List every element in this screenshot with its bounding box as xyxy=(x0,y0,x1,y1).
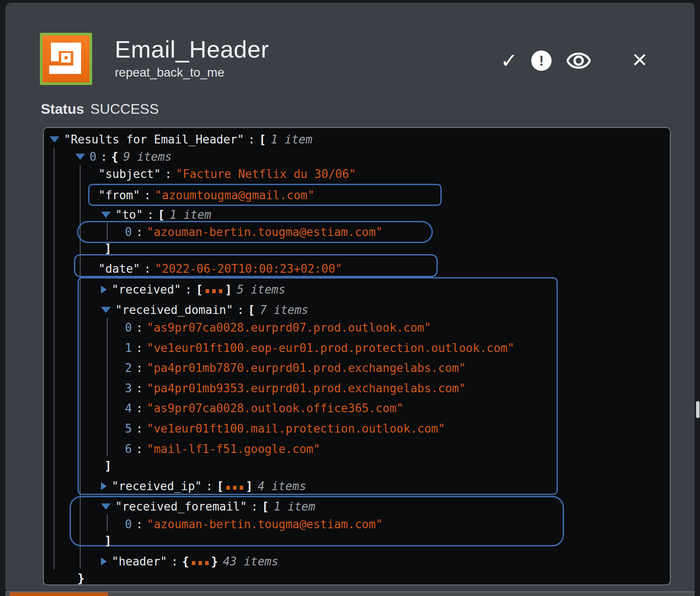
collapse-icon[interactable] xyxy=(75,154,85,160)
eye-icon xyxy=(567,53,591,69)
expand-icon[interactable] xyxy=(101,286,107,294)
json-line: "from":"azoumtougma@gmail.com" xyxy=(98,186,315,204)
json-line: 3:"pa4pr01mb9353.eurprd01.prod.exchangel… xyxy=(125,379,466,397)
json-line: 4:"as9pr07ca0028.outlook.office365.com" xyxy=(125,399,404,417)
shuffle-app-icon xyxy=(40,33,92,85)
horizontal-scrollbar-thumb[interactable] xyxy=(10,592,108,596)
collapse-icon[interactable] xyxy=(101,212,111,218)
expand-icon[interactable] xyxy=(101,482,107,490)
close-button[interactable]: × xyxy=(628,49,652,73)
json-line: ] xyxy=(105,457,112,475)
vertical-scrollbar-thumb[interactable] xyxy=(696,401,700,418)
json-line: } xyxy=(78,569,85,585)
ellipsis-icon[interactable] xyxy=(226,486,243,490)
json-line: "to":[1 item xyxy=(101,206,211,224)
json-line: "subject":"Facture Netflix du 30/06" xyxy=(98,165,356,183)
json-line: 0:{9 items xyxy=(75,148,172,166)
json-line: "Results for Email_Header":[1 item xyxy=(50,131,312,148)
tree-guide-line xyxy=(107,223,108,240)
json-line: "received_foremail":[1 item xyxy=(101,498,315,515)
confirm-button[interactable]: ✓ xyxy=(497,49,521,73)
json-line: 6:"mail-lf1-f51.google.com" xyxy=(125,440,320,458)
json-line: 1:"ve1eur01ft100.eop-eur01.prod.protecti… xyxy=(125,339,514,357)
json-line: 2:"pa4pr01mb7870.eurprd01.prod.exchangel… xyxy=(125,359,466,377)
ellipsis-icon[interactable] xyxy=(206,289,222,293)
horizontal-scrollbar-track[interactable] xyxy=(5,592,695,596)
collapse-icon[interactable] xyxy=(50,136,59,143)
tree-guide-line xyxy=(107,318,108,456)
json-line: "header":{}43 items xyxy=(101,553,278,570)
json-line: 0:"azouman-bertin.tougma@estiam.com" xyxy=(125,223,383,241)
alert-button[interactable]: ! xyxy=(529,49,553,73)
json-line: "received_domain":[7 items xyxy=(101,301,308,319)
json-line: 0:"as9pr07ca0028.eurprd07.prod.outlook.c… xyxy=(125,319,431,337)
ellipsis-icon[interactable] xyxy=(192,561,209,565)
json-line: "received_ip":[]4 items xyxy=(101,477,306,495)
collapse-icon[interactable] xyxy=(101,307,111,313)
tree-guide-line xyxy=(107,515,108,531)
status-label: Status xyxy=(41,101,84,117)
page-title: Email_Header xyxy=(115,35,269,63)
shuffle-logo-icon xyxy=(49,42,83,76)
collapse-icon[interactable] xyxy=(101,503,111,510)
check-icon: ✓ xyxy=(501,50,518,71)
action-result-modal: Email_Header repeat_back_to_me ✓ ! × Sta… xyxy=(5,3,695,594)
tree-guide-line xyxy=(80,165,81,569)
expand-icon[interactable] xyxy=(101,557,107,565)
status-row: StatusSUCCESS xyxy=(41,101,159,117)
preview-button[interactable] xyxy=(567,49,591,73)
json-line: ] xyxy=(105,240,112,257)
tree-guide-line xyxy=(54,147,54,569)
status-badge: SUCCESS xyxy=(90,101,159,117)
json-line: "date":"2022-06-20T10:00:23+02:00" xyxy=(98,260,342,278)
exclamation-circle-icon: ! xyxy=(531,50,552,71)
json-line: ] xyxy=(105,532,112,550)
json-result-viewer[interactable]: "Results for Email_Header":[1 item 0:{9 … xyxy=(43,127,671,585)
json-line: 5:"ve1eur01ft100.mail.protection.outlook… xyxy=(125,420,445,437)
screen: Email_Header repeat_back_to_me ✓ ! × Sta… xyxy=(0,0,700,596)
action-subtitle: repeat_back_to_me xyxy=(115,66,225,80)
close-icon: × xyxy=(632,46,647,72)
json-line: "received":[]5 items xyxy=(101,281,285,298)
json-line: 0:"azouman-bertin.tougma@estiam.com" xyxy=(125,515,383,533)
